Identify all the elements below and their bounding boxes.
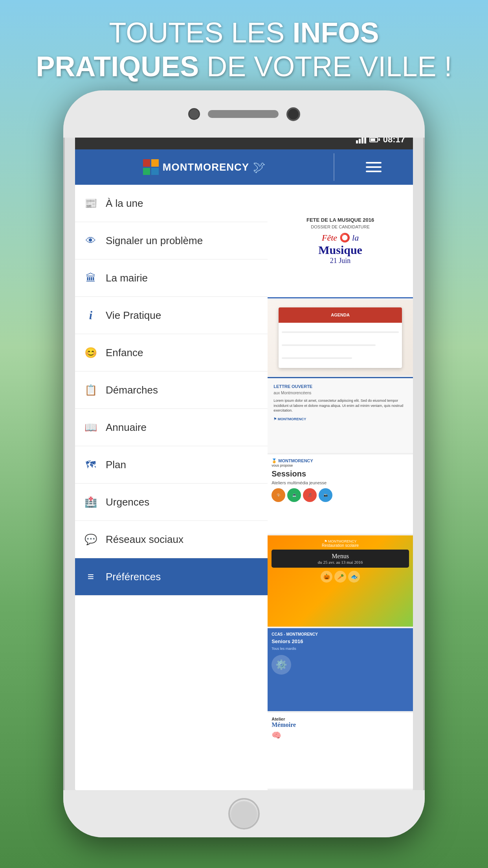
building-icon: 🏛 — [83, 272, 99, 284]
session-circle-4: 📷 — [319, 488, 332, 502]
phone-bezel-bottom — [63, 790, 425, 837]
menus-subheader: Restauration scolaire — [272, 543, 409, 548]
logo-cell-blue — [151, 168, 159, 175]
ccas-header: CCAS - MONTMORENCY — [272, 632, 409, 636]
hamburger-line-1 — [366, 162, 382, 164]
header-logo-area: MONTMORENCY 🕊 — [75, 159, 334, 175]
menu-item-demarches[interactable]: 📋 Démarches — [75, 371, 268, 409]
menu-emoji-3: 🐟 — [348, 571, 360, 583]
menus-chalk-title: Menus — [275, 553, 406, 560]
ccas-visual: ⚙️ — [272, 655, 409, 675]
sessions-title: Sessions — [272, 469, 409, 478]
menu-label-demarches: Démarches — [106, 384, 158, 396]
front-camera-right — [286, 107, 300, 121]
logo-cell-red — [143, 159, 150, 167]
calendar-body — [279, 323, 402, 368]
menu-emoji-2: 🥕 — [334, 571, 346, 583]
fete-header: FETE DE LA MUSIQUE 2016 — [306, 217, 374, 223]
newsletter-label: LETTRE OUVERTE — [273, 384, 407, 389]
phone-bezel-top — [63, 90, 425, 138]
menu-label-vie-pratique: Vie Pratique — [106, 309, 161, 322]
home-button[interactable] — [228, 798, 260, 829]
tagline: TOUTES LES INFOS PRATIQUES DE VOTRE VILL… — [0, 16, 488, 84]
calendar-visual: AGENDA — [268, 300, 413, 375]
menu-label-reseaux: Réseaux sociaux — [106, 533, 183, 546]
ccas-icon: ⚙️ — [272, 655, 291, 675]
menu-item-a-la-une[interactable]: 📰 À la une — [75, 185, 268, 222]
memoire-icon: 🧠 — [272, 730, 409, 740]
menu-item-annuaire[interactable]: 📖 Annuaire — [75, 409, 268, 446]
logo-wing-icon: 🕊 — [253, 160, 266, 175]
info-icon: i — [83, 309, 99, 322]
menu-label-a-la-une: À la une — [106, 197, 143, 210]
newsletter-text: Lorem ipsum dolor sit amet, consectetur … — [273, 398, 407, 413]
menu-label-preferences: Préférences — [106, 571, 161, 583]
menu-label-annuaire: Annuaire — [106, 421, 147, 434]
calendar-line-1 — [282, 331, 399, 333]
ccas-text: Tous les mardis — [272, 646, 409, 651]
ccas-subtitle: Seniors 2016 — [272, 638, 409, 644]
news-card-newsletter[interactable]: LETTRE OUVERTE aux Montmorencéens Lorem … — [268, 377, 413, 453]
menu-item-mairie[interactable]: 🏛 La mairie — [75, 259, 268, 297]
menu-item-vie-pratique[interactable]: i Vie Pratique — [75, 297, 268, 334]
app-header: MONTMORENCY 🕊 — [75, 149, 413, 185]
session-circle-3: 🎵 — [303, 488, 317, 502]
memoire-subtitle: Mémoire — [272, 721, 409, 728]
news-card-menus[interactable]: ⚑ MONTMORENCY Restauration scolaire Menu… — [268, 535, 413, 626]
session-circle-1: 🎨 — [272, 488, 285, 502]
logo-grid-icon — [143, 159, 159, 175]
logo-text: MONTMORENCY — [163, 161, 249, 173]
medical-icon: 🏥 — [83, 496, 99, 508]
phone-frame: 08:17 MONTMORENCY 🕊 — [63, 90, 425, 837]
news-card-fete-musique[interactable]: FETE DE LA MUSIQUE 2016 DOSSIER DE CANDI… — [268, 185, 413, 298]
menu-label-enfance: Enfance — [106, 347, 143, 359]
menu-emoji-1: 🎃 — [321, 571, 332, 583]
menu-item-reseaux[interactable]: 💬 Réseaux sociaux — [75, 521, 268, 558]
map-icon: 🗺 — [83, 459, 99, 471]
news-card-memoire[interactable]: Atelier Mémoire 🧠 — [268, 713, 413, 789]
menu-label-urgences: Urgences — [106, 496, 149, 508]
hamburger-icon — [366, 162, 382, 172]
front-camera-left — [188, 108, 200, 120]
menus-header: ⚑ MONTMORENCY — [272, 539, 409, 543]
menu-item-urgences[interactable]: 🏥 Urgences — [75, 484, 268, 521]
menu-item-signaler[interactable]: 👁 Signaler un problème — [75, 222, 268, 259]
calendar-card-inner: AGENDA — [279, 307, 402, 368]
right-panel: FETE DE LA MUSIQUE 2016 DOSSIER DE CANDI… — [268, 185, 413, 790]
calendar-line-3 — [282, 357, 352, 359]
preferences-icon: ≡ — [83, 570, 99, 583]
menu-label-signaler: Signaler un problème — [106, 235, 203, 247]
newspaper-icon: 📰 — [83, 197, 99, 210]
newsletter-subtitle: aux Montmorencéens — [273, 391, 407, 395]
speaker — [208, 110, 279, 118]
menus-chalk-board: Menus du 25 avr. au 13 mai 2016 — [272, 550, 409, 568]
sessions-propose: vous propose — [272, 463, 409, 467]
calendar-header: AGENDA — [279, 307, 402, 322]
smile-icon: 😊 — [83, 347, 99, 359]
tagline-line2: PRATIQUES DE VOTRE VILLE ! — [0, 50, 488, 83]
eye-icon: 👁 — [83, 235, 99, 247]
sessions-circles: 🎨 💻 🎵 📷 — [272, 488, 409, 502]
book-icon: 📖 — [83, 421, 99, 434]
hamburger-line-3 — [366, 171, 382, 172]
menu-label-mairie: La mairie — [106, 272, 148, 284]
chat-icon: 💬 — [83, 533, 99, 546]
menu-item-plan[interactable]: 🗺 Plan — [75, 446, 268, 484]
news-card-sessions[interactable]: 🏅 MONTMORENCY vous propose Sessions Atel… — [268, 454, 413, 534]
sessions-brand: 🏅 MONTMORENCY — [272, 458, 409, 463]
menus-chalk-sub: du 25 avr. au 13 mai 2016 — [275, 560, 406, 565]
tagline-line1: TOUTES LES INFOS — [0, 16, 488, 50]
menu-item-preferences[interactable]: ≡ Préférences — [75, 558, 268, 596]
battery-icon — [369, 137, 380, 142]
sessions-subtitle: Ateliers multimédia jeunesse — [272, 480, 409, 485]
main-content: 📰 À la une 👁 Signaler un problème 🏛 La m… — [75, 185, 413, 790]
hamburger-button[interactable] — [334, 162, 413, 172]
news-card-ccas[interactable]: CCAS - MONTMORENCY Seniors 2016 Tous les… — [268, 628, 413, 712]
phone-screen: 08:17 MONTMORENCY 🕊 — [75, 130, 413, 790]
news-card-calendar[interactable]: AGENDA — [268, 300, 413, 375]
calendar-line-2 — [282, 344, 376, 346]
menu-item-enfance[interactable]: 😊 Enfance — [75, 334, 268, 371]
menus-items: 🎃 🥕 🐟 — [272, 571, 409, 583]
newsletter-footer: ⚑ MONTMORENCY — [273, 417, 407, 421]
session-circle-2: 💻 — [287, 488, 301, 502]
